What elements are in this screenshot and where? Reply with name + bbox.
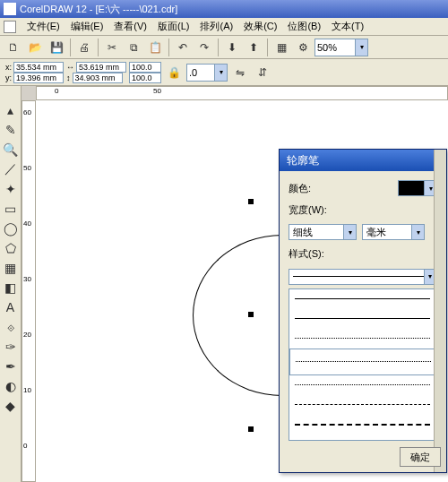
scale-box: 100.0 100.0 (129, 62, 161, 83)
interactive-blend-tool[interactable]: ⟐ (1, 317, 21, 337)
ruler-v-tick: 50 (23, 164, 31, 172)
h-input[interactable]: 34.903 mm (73, 73, 123, 83)
import-button[interactable]: ⬇ (222, 38, 242, 57)
open-button[interactable]: 📂 (25, 38, 45, 57)
separator (218, 39, 219, 56)
zoom-combo[interactable]: 50% ▾ (314, 39, 368, 56)
document-icon[interactable] (4, 21, 16, 33)
save-button[interactable]: 💾 (47, 38, 66, 57)
ruler-horizontal: 0 50 (36, 86, 448, 100)
scale-y-input[interactable]: 100.0 (129, 73, 161, 83)
width-combo[interactable]: 细线 ▾ (289, 224, 357, 240)
y-label: y: (5, 73, 12, 82)
smart-draw-tool[interactable]: ✦ (1, 179, 21, 199)
line-style-option[interactable] (289, 415, 435, 435)
selection-handle[interactable] (248, 426, 254, 432)
graph-paper-tool[interactable]: ▦ (1, 258, 21, 278)
w-icon: ↔ (66, 63, 74, 72)
menu-effects[interactable]: 效果(C) (238, 18, 282, 35)
style-combo[interactable]: ▾ (289, 269, 436, 285)
menu-bitmap[interactable]: 位图(B) (282, 18, 326, 35)
lock-ratio-button[interactable]: 🔒 (164, 63, 184, 82)
menu-view[interactable]: 查看(V) (108, 18, 152, 35)
scale-x-input[interactable]: 100.0 (129, 62, 161, 73)
unit-combo[interactable]: 毫米 ▾ (362, 224, 425, 240)
polygon-tool[interactable]: ⬠ (1, 238, 21, 258)
position-box: x:35.534 mm y:19.396 mm (5, 62, 64, 83)
h-icon: ↕ (66, 73, 71, 82)
redo-button[interactable]: ↷ (194, 38, 214, 57)
paste-button[interactable]: 📋 (145, 38, 165, 57)
line-style-list[interactable] (289, 288, 436, 441)
width-label: 宽度(W): (289, 203, 327, 217)
ruler-v-tick: 10 (23, 386, 31, 394)
app-launcher-button[interactable]: ▦ (271, 38, 291, 57)
eyedropper-tool[interactable]: ✑ (1, 337, 21, 357)
line-style-option[interactable] (289, 309, 435, 329)
rectangle-tool[interactable]: ▭ (1, 199, 21, 219)
style-label: 样式(S): (289, 247, 324, 261)
freehand-tool[interactable]: ／ (1, 159, 21, 179)
chevron-down-icon[interactable]: ▾ (411, 225, 424, 239)
cut-button[interactable]: ✂ (102, 38, 122, 57)
w-input[interactable]: 53.619 mm (76, 62, 126, 73)
interactive-fill-tool[interactable]: ◆ (1, 396, 21, 416)
line-style-option[interactable] (289, 289, 435, 309)
outline-tool[interactable]: ✒ (1, 357, 21, 376)
export-button[interactable]: ⬆ (244, 38, 263, 57)
pick-tool[interactable]: ▴ (1, 100, 21, 120)
ruler-v-tick: 40 (23, 219, 31, 228)
ruler-v-tick: 20 (23, 331, 31, 339)
text-tool[interactable]: A (1, 297, 21, 317)
x-label: x: (5, 63, 12, 72)
menu-layout[interactable]: 版面(L) (152, 18, 194, 35)
line-style-selected[interactable] (289, 349, 436, 375)
rotation-input[interactable]: .0 ▾ (186, 64, 228, 82)
ellipse-tool[interactable]: ◯ (1, 219, 21, 238)
app-icon (4, 3, 16, 15)
color-picker[interactable]: ▾ (398, 180, 437, 196)
menu-file[interactable]: 文件(E) (22, 18, 65, 35)
menu-text[interactable]: 文本(T) (326, 18, 369, 35)
new-button[interactable]: 🗋 (4, 38, 23, 57)
x-input[interactable]: 35.534 mm (13, 62, 64, 73)
mirror-v-button[interactable]: ⇵ (253, 63, 272, 82)
chevron-down-icon[interactable]: ▾ (355, 39, 367, 56)
line-style-option[interactable] (289, 329, 435, 349)
spin-icon[interactable]: ▾ (214, 65, 227, 81)
scrollbar[interactable] (434, 288, 436, 441)
line-solid-icon (293, 276, 424, 277)
separator (168, 39, 169, 56)
rotation-value: .0 (189, 67, 197, 78)
dialog-title[interactable]: 轮廓笔 (280, 150, 446, 171)
menu-bar: 文件(E) 编辑(E) 查看(V) 版面(L) 排列(A) 效果(C) 位图(B… (0, 18, 448, 36)
undo-button[interactable]: ↶ (173, 38, 193, 57)
selection-handle[interactable] (248, 199, 254, 204)
color-swatch (399, 181, 424, 195)
chevron-down-icon[interactable]: ▾ (343, 225, 356, 239)
unit-value: 毫米 (366, 226, 386, 239)
outline-pen-dialog[interactable]: 轮廓笔 颜色: ▾ 宽度(W): 细线 ▾ 毫米 ▾ 样式(S): ▾ (279, 149, 447, 473)
ok-button[interactable]: 确定 (400, 447, 441, 467)
basic-shapes-tool[interactable]: ◧ (1, 278, 21, 297)
property-bar: x:35.534 mm y:19.396 mm ↔53.619 mm ↕34.9… (0, 59, 448, 86)
shape-tool[interactable]: ✎ (1, 120, 21, 140)
size-box: ↔53.619 mm ↕34.903 mm (66, 62, 126, 83)
ruler-v-tick: 60 (23, 108, 31, 116)
menu-arrange[interactable]: 排列(A) (194, 18, 238, 35)
corel-online-button[interactable]: ⚙ (293, 38, 313, 57)
fill-tool[interactable]: ◐ (1, 376, 21, 396)
standard-toolbar: 🗋 📂 💾 🖨 ✂ ⧉ 📋 ↶ ↷ ⬇ ⬆ ▦ ⚙ 50% ▾ (0, 36, 448, 59)
copy-button[interactable]: ⧉ (124, 38, 143, 57)
ruler-v-tick: 30 (23, 275, 31, 283)
line-style-option[interactable] (289, 375, 435, 395)
menu-edit[interactable]: 编辑(E) (65, 18, 109, 35)
zoom-tool[interactable]: 🔍 (1, 140, 21, 159)
print-button[interactable]: 🖨 (74, 38, 94, 57)
line-style-option[interactable] (289, 395, 435, 415)
toolbox: ▴ ✎ 🔍 ／ ✦ ▭ ◯ ⬠ ▦ ◧ A ⟐ ✑ ✒ ◐ ◆ (0, 86, 22, 482)
separator (98, 39, 99, 56)
zoom-value: 50% (317, 42, 337, 53)
y-input[interactable]: 19.396 mm (13, 73, 64, 83)
mirror-h-button[interactable]: ⇋ (230, 63, 250, 82)
